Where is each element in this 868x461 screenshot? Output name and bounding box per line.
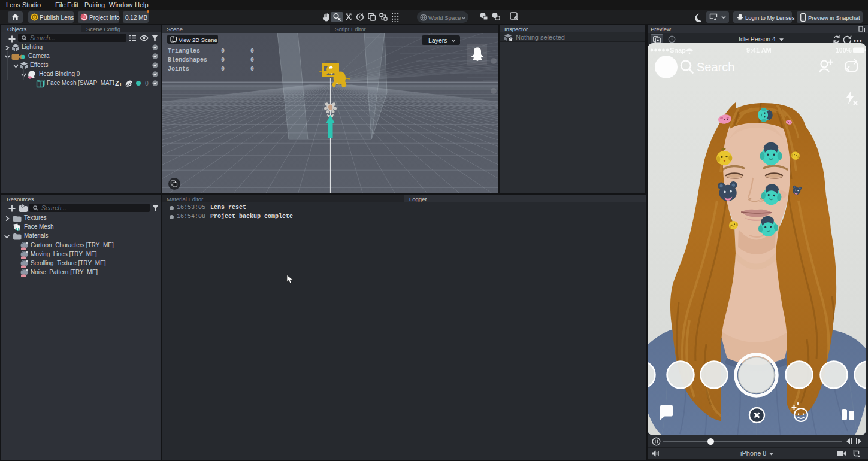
svg-text:Search: Search — [697, 60, 734, 74]
svg-text:9:41 AM: 9:41 AM — [746, 47, 772, 54]
svg-text:Snap: Snap — [670, 47, 686, 54]
svg-text:100%: 100% — [836, 47, 852, 54]
